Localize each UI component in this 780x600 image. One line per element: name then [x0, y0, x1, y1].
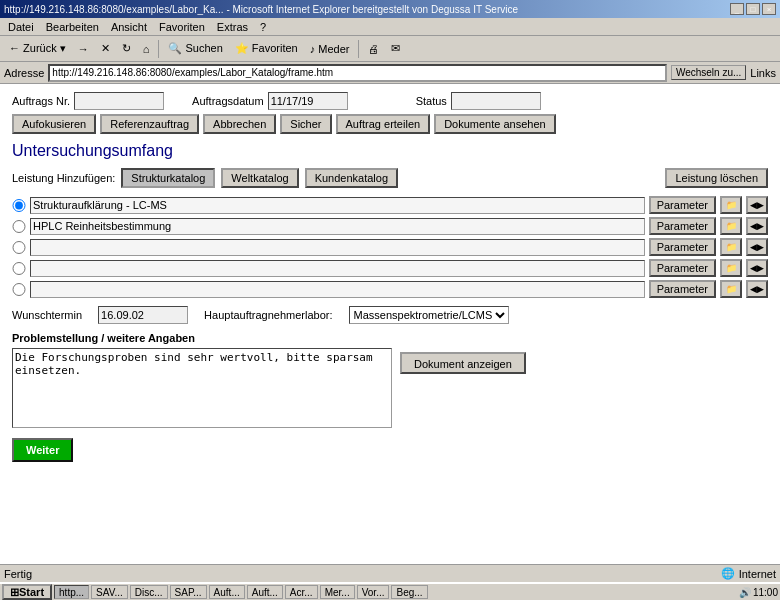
toggle-icon-4[interactable]: ◀▶ [746, 259, 768, 277]
forward-button[interactable]: → [73, 41, 94, 57]
status-bar: Fertig 🌐 Internet [0, 564, 780, 582]
service-radio-5[interactable] [12, 283, 26, 296]
menu-help[interactable]: ? [254, 20, 272, 34]
parameter-button-3[interactable]: Parameter [649, 238, 716, 256]
kundenkatalog-button[interactable]: Kundenkatalog [305, 168, 398, 188]
links-label: Links [750, 67, 776, 79]
problem-textarea[interactable]: Die Forschungsproben sind sehr wertvoll,… [12, 348, 392, 428]
auftrags-nr-label: Auftrags Nr. [12, 95, 70, 107]
internet-label: Internet [739, 568, 776, 580]
task-sav[interactable]: SAV... [91, 585, 128, 599]
dokument-anzeigen-button[interactable]: Dokument anzeigen [400, 352, 526, 374]
parameter-button-1[interactable]: Parameter [649, 196, 716, 214]
status-input[interactable] [451, 92, 541, 110]
title-bar: http://149.216.148.86:8080/examples/Labo… [0, 0, 780, 18]
toggle-icon-2[interactable]: ◀▶ [746, 217, 768, 235]
status-text: Fertig [4, 568, 721, 580]
menu-extras[interactable]: Extras [211, 20, 254, 34]
parameter-button-4[interactable]: Parameter [649, 259, 716, 277]
parameter-button-2[interactable]: Parameter [649, 217, 716, 235]
service-radio-4[interactable] [12, 262, 26, 275]
toggle-icon-3[interactable]: ◀▶ [746, 238, 768, 256]
folder-icon-4[interactable]: 📁 [720, 259, 742, 277]
leistung-loeschen-button[interactable]: Leistung löschen [665, 168, 768, 188]
service-input-3[interactable] [30, 239, 645, 256]
strukturkatalog-button[interactable]: Strukturkatalog [121, 168, 215, 188]
service-radio-3[interactable] [12, 241, 26, 254]
history-button[interactable]: 🖨 [363, 41, 384, 57]
leistungen-label: Leistung Hinzufügen: [12, 172, 115, 184]
task-disc[interactable]: Disc... [130, 585, 168, 599]
auftragsdat-label: Auftragsdatum [192, 95, 264, 107]
sicher-button[interactable]: Sicher [280, 114, 331, 134]
task-beg[interactable]: Beg... [391, 585, 427, 599]
folder-icon-3[interactable]: 📁 [720, 238, 742, 256]
section-title: Untersuchungsumfang [12, 142, 768, 160]
maximize-button[interactable]: □ [746, 3, 760, 15]
start-button[interactable]: ⊞ Start [2, 584, 52, 600]
minimize-button[interactable]: _ [730, 3, 744, 15]
mail-button[interactable]: ✉ [386, 40, 405, 57]
dokumente-ansehen-button[interactable]: Dokumente ansehen [434, 114, 556, 134]
abbrechen-button[interactable]: Abbrechen [203, 114, 276, 134]
service-input-1[interactable] [30, 197, 645, 214]
close-button[interactable]: × [762, 3, 776, 15]
favorites-button[interactable]: ⭐ Favoriten [230, 40, 303, 57]
task-mer[interactable]: Mer... [320, 585, 355, 599]
action-button-bar: Aufokusieren Referenzauftrag Abbrechen S… [12, 114, 768, 134]
globe-icon: 🌐 [721, 567, 735, 580]
folder-icon-2[interactable]: 📁 [720, 217, 742, 235]
taskbar: ⊞ Start http... SAV... Disc... SAP... Au… [0, 582, 780, 600]
service-input-4[interactable] [30, 260, 645, 277]
address-bar: Adresse Wechseln zu... Links [0, 62, 780, 84]
search-button[interactable]: 🔍 Suchen [163, 40, 227, 57]
task-sap[interactable]: SAP... [170, 585, 207, 599]
task-auft1[interactable]: Auft... [209, 585, 245, 599]
back-button[interactable]: ← Zurück ▾ [4, 40, 71, 57]
window-title: http://149.216.148.86:8080/examples/Labo… [4, 4, 518, 15]
address-input[interactable] [48, 64, 667, 82]
hauptauftrag-dropdown[interactable]: Massenspektrometrie/LCMS [349, 306, 509, 324]
auftragsdat-group: Auftragsdatum [192, 92, 348, 110]
task-auft2[interactable]: Auft... [247, 585, 283, 599]
problem-section: Problemstellung / weitere Angaben Die Fo… [12, 332, 768, 428]
service-radio-2[interactable] [12, 220, 26, 233]
aufokusieren-button[interactable]: Aufokusieren [12, 114, 96, 134]
toolbar-separator2 [358, 40, 359, 58]
service-radio-1[interactable] [12, 199, 26, 212]
service-row-1: Parameter 📁 ◀▶ [12, 196, 768, 214]
task-ie[interactable]: http... [54, 585, 89, 599]
service-input-5[interactable] [30, 281, 645, 298]
folder-icon-5[interactable]: 📁 [720, 280, 742, 298]
task-acr[interactable]: Acr... [285, 585, 318, 599]
parameter-button-5[interactable]: Parameter [649, 280, 716, 298]
task-vor[interactable]: Vor... [357, 585, 390, 599]
address-go-button[interactable]: Wechseln zu... [671, 65, 746, 80]
weltkatalog-button[interactable]: Weltkatalog [221, 168, 298, 188]
auftrags-nr-input[interactable] [74, 92, 164, 110]
home-button[interactable]: ⌂ [138, 41, 155, 57]
auftrag-erteilen-button[interactable]: Auftrag erteilen [336, 114, 431, 134]
menu-datei[interactable]: Datei [2, 20, 40, 34]
folder-icon-1[interactable]: 📁 [720, 196, 742, 214]
systray: 🔊 11:00 [739, 587, 778, 598]
wunschtermin-input[interactable] [98, 306, 188, 324]
menu-ansicht[interactable]: Ansicht [105, 20, 153, 34]
window-controls[interactable]: _ □ × [730, 3, 776, 15]
problem-row: Die Forschungsproben sind sehr wertvoll,… [12, 348, 768, 428]
referenzauftrag-button[interactable]: Referenzauftrag [100, 114, 199, 134]
refresh-button[interactable]: ↻ [117, 40, 136, 57]
toggle-icon-5[interactable]: ◀▶ [746, 280, 768, 298]
catalog-bar: Leistung Hinzufügen: Strukturkatalog Wel… [12, 168, 768, 188]
submit-button[interactable]: Weiter [12, 438, 73, 462]
start-label: Start [19, 586, 44, 598]
toolbar-separator [158, 40, 159, 58]
menu-favoriten[interactable]: Favoriten [153, 20, 211, 34]
menu-bearbeiten[interactable]: Bearbeiten [40, 20, 105, 34]
auftragsdat-input[interactable] [268, 92, 348, 110]
service-input-2[interactable] [30, 218, 645, 235]
stop-button[interactable]: ✕ [96, 40, 115, 57]
menu-bar: Datei Bearbeiten Ansicht Favoriten Extra… [0, 18, 780, 36]
toggle-icon-1[interactable]: ◀▶ [746, 196, 768, 214]
media-button[interactable]: ♪ Meder [305, 41, 355, 57]
